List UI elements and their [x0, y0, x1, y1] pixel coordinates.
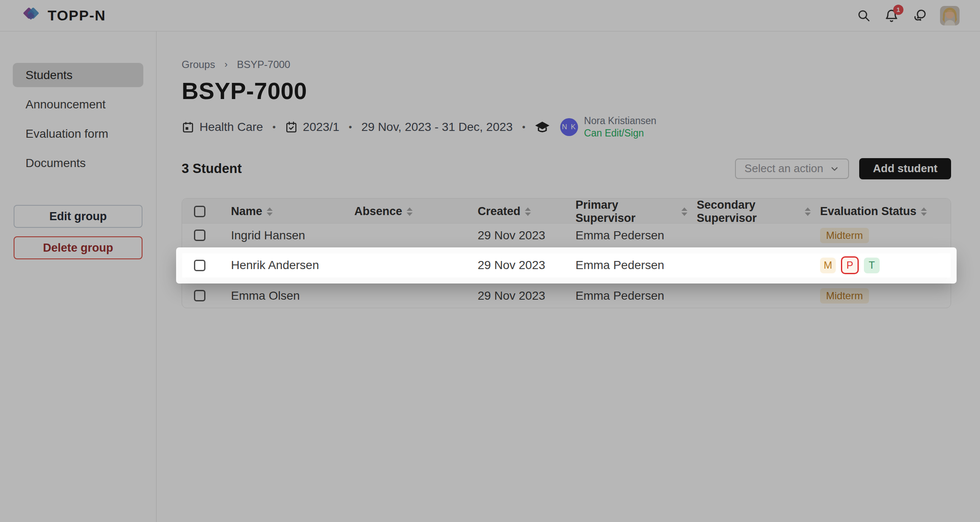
status-badge-p[interactable]: P	[841, 256, 859, 274]
sidebar-buttons: Edit group Delete group	[13, 205, 143, 259]
logo-text: TOPP-N	[48, 7, 106, 24]
toolbar: 3 Student Select an action Add student	[182, 158, 951, 179]
calendar-icon	[182, 121, 194, 133]
sort-icon	[407, 207, 413, 216]
main-content: Groups › BSYP-7000 BSYP-7000 Health Care…	[157, 31, 980, 522]
page-title: BSYP-7000	[182, 77, 951, 105]
logo-icon	[20, 6, 41, 26]
supervisor-permission: Can Edit/Sign	[584, 127, 656, 139]
breadcrumb-current: BSYP-7000	[237, 59, 290, 71]
topbar-icons: 1	[856, 6, 960, 26]
meta-dot: •	[271, 122, 277, 133]
cell-primary-supervisor: Emma Pedersen	[566, 258, 687, 272]
term-label: 2023/1	[303, 120, 339, 134]
graduation-cap-icon	[535, 120, 550, 134]
term-meta: 2023/1	[285, 120, 339, 134]
column-header-created[interactable]: Created	[468, 205, 566, 218]
column-header-secondary-supervisor[interactable]: Secondary Supervisor	[687, 199, 811, 225]
status-badge-m[interactable]: M	[820, 258, 836, 273]
cell-created: 29 Nov 2023	[468, 229, 566, 242]
cell-name: Ingrid Hansen	[222, 229, 345, 242]
cell-evaluation-status: Midterm	[811, 228, 951, 243]
edit-group-button[interactable]: Edit group	[14, 205, 142, 228]
status-badge-t[interactable]: T	[864, 258, 880, 273]
meta-dot: •	[347, 122, 354, 133]
chat-icon[interactable]	[912, 8, 927, 23]
add-student-button[interactable]: Add student	[859, 158, 951, 179]
column-header-name[interactable]: Name	[222, 205, 345, 218]
toolbar-actions: Select an action Add student	[735, 158, 951, 179]
column-header-primary-supervisor[interactable]: Primary Supervisor	[566, 199, 687, 225]
program-meta: Health Care	[182, 120, 263, 134]
sidebar-nav: Students Announcement Evaluation form Do…	[13, 63, 143, 175]
table-row[interactable]: Ingrid Hansen 29 Nov 2023 Emma Pedersen …	[182, 223, 951, 247]
notifications-bell-icon[interactable]: 1	[884, 8, 899, 23]
sort-icon	[267, 207, 273, 216]
cell-created: 29 Nov 2023	[468, 289, 566, 303]
status-badge-midterm: Midterm	[820, 288, 869, 304]
table-header-row: Name Absence Created Primary Supervisor	[182, 199, 951, 223]
action-select-placeholder: Select an action	[744, 162, 823, 175]
breadcrumb-separator-icon: ›	[225, 59, 228, 70]
topbar: TOPP-N 1	[0, 0, 980, 31]
sidebar-item-announcement[interactable]: Announcement	[13, 92, 143, 116]
status-badge-midterm: Midterm	[820, 228, 869, 243]
row-checkbox[interactable]	[194, 260, 205, 271]
cell-name: Emma Olsen	[222, 289, 345, 303]
notification-count-badge: 1	[893, 5, 903, 15]
sidebar: Students Announcement Evaluation form Do…	[0, 31, 157, 522]
students-table: Name Absence Created Primary Supervisor	[182, 198, 951, 308]
cell-evaluation-status: M P T	[811, 256, 951, 274]
breadcrumb-groups[interactable]: Groups	[182, 59, 215, 71]
sort-icon	[921, 207, 927, 216]
cell-primary-supervisor: Emma Pedersen	[566, 289, 687, 303]
sort-icon	[681, 207, 687, 216]
user-avatar[interactable]	[940, 6, 960, 26]
row-checkbox[interactable]	[194, 230, 205, 241]
program-label: Health Care	[199, 120, 263, 134]
sidebar-item-evaluation-form[interactable]: Evaluation form	[13, 122, 143, 146]
supervisor-info: N K Nora Kristiansen Can Edit/Sign	[560, 115, 656, 139]
sort-icon	[525, 207, 531, 216]
sort-icon	[805, 207, 811, 216]
table-row[interactable]: Emma Olsen 29 Nov 2023 Emma Pedersen Mid…	[182, 284, 951, 308]
row-checkbox[interactable]	[194, 290, 205, 301]
group-meta: Health Care • 2023/1 • 29 Nov, 2023 - 31…	[182, 115, 951, 139]
sidebar-item-documents[interactable]: Documents	[13, 151, 143, 175]
student-count-label: 3 Student	[182, 161, 242, 176]
column-header-absence[interactable]: Absence	[345, 205, 468, 218]
cell-primary-supervisor: Emma Pedersen	[566, 229, 687, 242]
layout: Students Announcement Evaluation form Do…	[0, 31, 980, 522]
app-root: TOPP-N 1	[0, 0, 980, 522]
sidebar-item-students[interactable]: Students	[13, 63, 143, 87]
cell-evaluation-status: Midterm	[811, 288, 951, 304]
logo[interactable]: TOPP-N	[20, 6, 106, 26]
chevron-down-icon	[829, 164, 840, 174]
calendar-check-icon	[285, 121, 298, 133]
action-select[interactable]: Select an action	[735, 159, 849, 179]
cell-name: Henrik Andersen	[222, 258, 345, 272]
date-range-label: 29 Nov, 2023 - 31 Dec, 2023	[361, 120, 513, 134]
supervisor-avatar: N K	[560, 118, 578, 136]
delete-group-button[interactable]: Delete group	[14, 236, 142, 259]
breadcrumb: Groups › BSYP-7000	[182, 59, 951, 71]
cell-created: 29 Nov 2023	[468, 258, 566, 272]
meta-dot: •	[520, 122, 527, 133]
column-header-evaluation-status[interactable]: Evaluation Status	[811, 205, 951, 218]
select-all-checkbox[interactable]	[194, 206, 205, 217]
supervisor-name: Nora Kristiansen	[584, 115, 656, 127]
search-icon[interactable]	[856, 8, 871, 23]
table-row-highlighted[interactable]: Henrik Andersen 29 Nov 2023 Emma Pederse…	[182, 253, 951, 278]
